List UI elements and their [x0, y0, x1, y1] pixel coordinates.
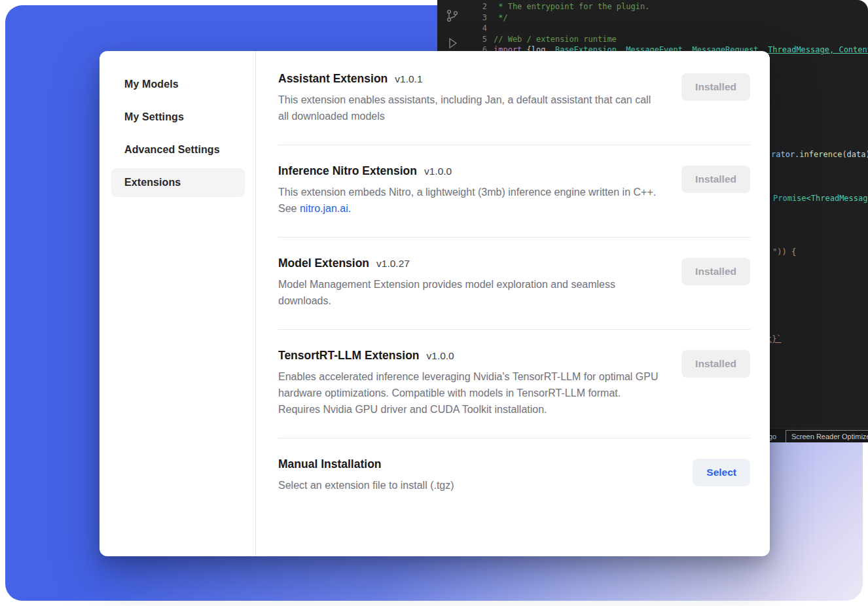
extension-description: Enables accelerated inference leveraging…	[278, 368, 661, 418]
code-fragment-string-close: ")) {	[772, 247, 796, 258]
installed-button[interactable]: Installed	[681, 258, 750, 285]
extension-section-nitro: Inference Nitro Extension v1.0.0 This ex…	[278, 145, 750, 238]
settings-sidebar: My Models My Settings Advanced Settings …	[99, 51, 256, 556]
manual-installation-title: Manual Installation	[278, 457, 382, 471]
code-line-3: */	[494, 13, 508, 22]
extension-title: Inference Nitro Extension	[278, 164, 417, 178]
extension-description: This extension embeds Nitro, a lightweig…	[278, 184, 661, 217]
desktop-background: 2 3 4 5 6 * The entrypoint for the plugi…	[0, 0, 868, 606]
settings-modal: My Models My Settings Advanced Settings …	[99, 51, 770, 556]
nitro-jan-ai-link[interactable]: nitro.jan.ai.	[300, 203, 351, 214]
installed-button[interactable]: Installed	[681, 166, 750, 193]
extension-version: v1.0.1	[395, 73, 422, 85]
editor-code: * The entrypoint for the plugin. */ // W…	[494, 1, 868, 56]
extension-section-tensorrt: TensortRT-LLM Extension v1.0.0 Enables a…	[278, 330, 750, 438]
code-line-5: // Web / extension runtime	[494, 35, 617, 44]
sidebar-item-my-settings[interactable]: My Settings	[111, 103, 245, 132]
editor-line-numbers: 2 3 4 5 6	[437, 1, 487, 56]
extension-title: TensortRT-LLM Extension	[278, 349, 420, 363]
extension-description: This extension enables assistants, inclu…	[278, 92, 661, 124]
sidebar-item-extensions[interactable]: Extensions	[111, 168, 245, 197]
manual-installation-description: Select an extension file to install (.tg…	[278, 477, 454, 493]
code-line-2: * The entrypoint for the plugin.	[494, 2, 649, 11]
extension-version: v1.0.0	[427, 350, 454, 362]
manual-installation-section: Manual Installation Select an extension …	[278, 438, 750, 514]
extension-title: Assistant Extension	[278, 72, 388, 86]
extensions-panel: Assistant Extension v1.0.1 This extensio…	[256, 51, 770, 556]
screen-reader-optimized-button[interactable]: Screen Reader Optimized	[786, 430, 868, 442]
sidebar-item-advanced-settings[interactable]: Advanced Settings	[111, 135, 245, 164]
installed-button[interactable]: Installed	[681, 350, 750, 378]
code-fragment-promise-type: Promise<ThreadMessage>	[773, 193, 868, 204]
code-fragment-inference-call: rator.inference(data));	[771, 149, 868, 160]
extension-description: Model Management Extension provides mode…	[278, 276, 661, 309]
extension-section-model: Model Extension v1.0.27 Model Management…	[278, 238, 750, 330]
installed-button[interactable]: Installed	[681, 73, 750, 101]
extension-version: v1.0.0	[424, 166, 452, 177]
extension-title: Model Extension	[278, 257, 369, 270]
extension-version: v1.0.27	[376, 258, 410, 270]
select-file-button[interactable]: Select	[693, 459, 750, 486]
extension-section-assistant: Assistant Extension v1.0.1 This extensio…	[278, 51, 750, 145]
sidebar-item-my-models[interactable]: My Models	[111, 70, 245, 99]
